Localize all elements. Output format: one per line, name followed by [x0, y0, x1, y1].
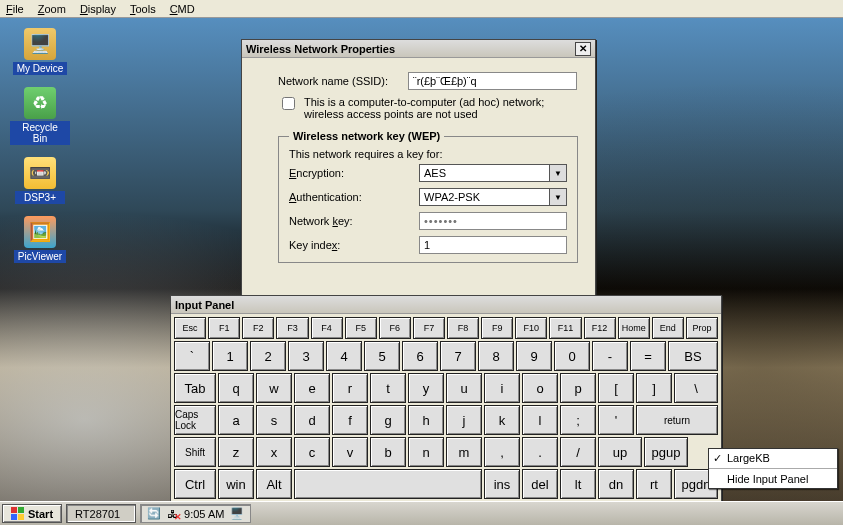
- key-f2[interactable]: F2: [242, 317, 274, 339]
- key-2[interactable]: 2: [250, 341, 286, 371]
- key-del[interactable]: del: [522, 469, 558, 499]
- key-1[interactable]: 1: [212, 341, 248, 371]
- key-[interactable]: .: [522, 437, 558, 467]
- key-[interactable]: \: [674, 373, 718, 403]
- key-t[interactable]: t: [370, 373, 406, 403]
- screen-rotation-icon[interactable]: 🔄: [147, 507, 161, 520]
- task-rt28701[interactable]: RT28701: [66, 504, 136, 523]
- key-3[interactable]: 3: [288, 341, 324, 371]
- key-ctrl[interactable]: Ctrl: [174, 469, 216, 499]
- icon-dsp3[interactable]: 📼 DSP3+: [10, 157, 70, 204]
- key-bs[interactable]: BS: [668, 341, 718, 371]
- key-dn[interactable]: dn: [598, 469, 634, 499]
- key-f7[interactable]: F7: [413, 317, 445, 339]
- key-7[interactable]: 7: [440, 341, 476, 371]
- key-z[interactable]: z: [218, 437, 254, 467]
- key-[interactable]: =: [630, 341, 666, 371]
- key-[interactable]: /: [560, 437, 596, 467]
- key-s[interactable]: s: [256, 405, 292, 435]
- key-f10[interactable]: F10: [515, 317, 547, 339]
- key-a[interactable]: a: [218, 405, 254, 435]
- auth-select[interactable]: WPA2-PSK: [419, 188, 567, 206]
- key-w[interactable]: w: [256, 373, 292, 403]
- key-u[interactable]: u: [446, 373, 482, 403]
- ssid-input[interactable]: [408, 72, 577, 90]
- titlebar[interactable]: Input Panel: [171, 296, 721, 314]
- key-tab[interactable]: Tab: [174, 373, 216, 403]
- key-k[interactable]: k: [484, 405, 520, 435]
- menu-largekb[interactable]: LargeKB: [709, 449, 837, 467]
- key-up[interactable]: up: [598, 437, 642, 467]
- key-pgup[interactable]: pgup: [644, 437, 688, 467]
- clock[interactable]: 9:05 AM: [184, 508, 224, 520]
- key-[interactable]: -: [592, 341, 628, 371]
- key-ins[interactable]: ins: [484, 469, 520, 499]
- key-n[interactable]: n: [408, 437, 444, 467]
- adhoc-checkbox[interactable]: [282, 97, 295, 110]
- key-b[interactable]: b: [370, 437, 406, 467]
- key-8[interactable]: 8: [478, 341, 514, 371]
- key-end[interactable]: End: [652, 317, 684, 339]
- key-f12[interactable]: F12: [584, 317, 616, 339]
- start-button[interactable]: Start: [2, 504, 62, 523]
- key-shift[interactable]: Shift: [174, 437, 216, 467]
- key-return[interactable]: return: [636, 405, 718, 435]
- key-space[interactable]: [294, 469, 482, 499]
- key-f6[interactable]: F6: [379, 317, 411, 339]
- key-q[interactable]: q: [218, 373, 254, 403]
- key-f9[interactable]: F9: [481, 317, 513, 339]
- key-f[interactable]: f: [332, 405, 368, 435]
- key-y[interactable]: y: [408, 373, 444, 403]
- key-lt[interactable]: lt: [560, 469, 596, 499]
- key-x[interactable]: x: [256, 437, 292, 467]
- key-d[interactable]: d: [294, 405, 330, 435]
- key-[interactable]: ': [598, 405, 634, 435]
- key-home[interactable]: Home: [618, 317, 650, 339]
- menu-hide-input-panel[interactable]: Hide Input Panel: [709, 470, 837, 488]
- key-f5[interactable]: F5: [345, 317, 377, 339]
- key-h[interactable]: h: [408, 405, 444, 435]
- desktop-icon[interactable]: 🖥️: [230, 507, 244, 520]
- key-9[interactable]: 9: [516, 341, 552, 371]
- key-[interactable]: ,: [484, 437, 520, 467]
- key-[interactable]: ]: [636, 373, 672, 403]
- menu-tools[interactable]: Tools: [130, 3, 156, 15]
- encryption-select[interactable]: AES: [419, 164, 567, 182]
- key-win[interactable]: win: [218, 469, 254, 499]
- key-prop[interactable]: Prop: [686, 317, 718, 339]
- icon-my-device[interactable]: 🖥️ My Device: [10, 28, 70, 75]
- key-v[interactable]: v: [332, 437, 368, 467]
- key-rt[interactable]: rt: [636, 469, 672, 499]
- key-alt[interactable]: Alt: [256, 469, 292, 499]
- key-f8[interactable]: F8: [447, 317, 479, 339]
- key-i[interactable]: i: [484, 373, 520, 403]
- key-r[interactable]: r: [332, 373, 368, 403]
- key-f3[interactable]: F3: [276, 317, 308, 339]
- menu-file[interactable]: File: [6, 3, 24, 15]
- key-l[interactable]: l: [522, 405, 558, 435]
- network-disconnected-icon[interactable]: 🖧: [167, 508, 178, 520]
- key-5[interactable]: 5: [364, 341, 400, 371]
- netkey-input[interactable]: [419, 212, 567, 230]
- key-f11[interactable]: F11: [549, 317, 581, 339]
- key-esc[interactable]: Esc: [174, 317, 206, 339]
- key-0[interactable]: 0: [554, 341, 590, 371]
- key-e[interactable]: e: [294, 373, 330, 403]
- key-g[interactable]: g: [370, 405, 406, 435]
- key-f4[interactable]: F4: [311, 317, 343, 339]
- key-o[interactable]: o: [522, 373, 558, 403]
- key-[interactable]: `: [174, 341, 210, 371]
- titlebar[interactable]: Wireless Network Properties ✕: [242, 40, 595, 58]
- key-m[interactable]: m: [446, 437, 482, 467]
- keyidx-input[interactable]: [419, 236, 567, 254]
- key-c[interactable]: c: [294, 437, 330, 467]
- menu-cmd[interactable]: CMD: [170, 3, 195, 15]
- key-4[interactable]: 4: [326, 341, 362, 371]
- key-f1[interactable]: F1: [208, 317, 240, 339]
- key-j[interactable]: j: [446, 405, 482, 435]
- menu-display[interactable]: Display: [80, 3, 116, 15]
- key-[interactable]: [: [598, 373, 634, 403]
- key-[interactable]: ;: [560, 405, 596, 435]
- key-6[interactable]: 6: [402, 341, 438, 371]
- key-capslock[interactable]: Caps Lock: [174, 405, 216, 435]
